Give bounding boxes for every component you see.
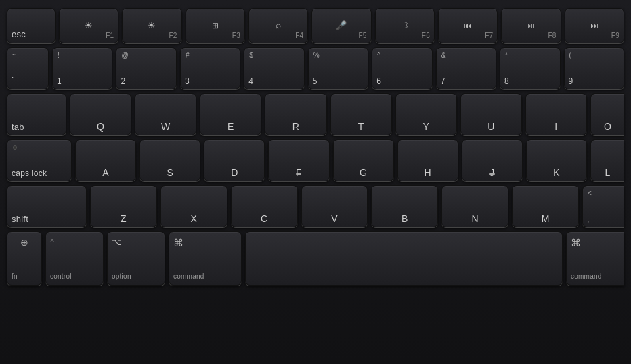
key-comma[interactable]: < ,	[582, 185, 624, 227]
f9-label: F9	[611, 32, 619, 39]
key-5[interactable]: % 5	[308, 47, 368, 89]
key-capslock[interactable]: caps lock	[7, 139, 72, 181]
globe-icon: ⊕	[20, 237, 28, 248]
search-icon: ⌕	[276, 20, 281, 30]
key-esc[interactable]: esc	[7, 8, 56, 43]
key-option[interactable]: ⌥ option	[107, 231, 165, 286]
fn-key-row: esc ☀ F1 ☀ F2 ⊞ F3 ⌕ F4 🎤 F5 ☽ F6 ⏮ F7	[7, 8, 624, 43]
key-n[interactable]: N	[441, 185, 508, 227]
key-f7[interactable]: ⏮ F7	[438, 8, 498, 43]
c-label: C	[261, 214, 267, 223]
key-f6[interactable]: ☽ F6	[375, 8, 435, 43]
f5-label: F5	[358, 32, 366, 39]
amp-label: &	[441, 52, 446, 59]
key-c[interactable]: C	[231, 185, 298, 227]
key-x[interactable]: X	[160, 185, 227, 227]
key-f[interactable]: F	[268, 139, 329, 181]
exclaim-label: !	[58, 52, 60, 59]
option-icon: ⌥	[112, 237, 122, 247]
key-i[interactable]: I	[525, 93, 587, 135]
f7-label: F7	[485, 32, 493, 39]
number-key-row: ~ ` ! 1 @ 2 # 3 $ 4 % 5 ^ 6 & 7	[7, 47, 624, 89]
tilde-label: ~	[12, 52, 16, 59]
key-o[interactable]: O	[590, 93, 624, 135]
key-4[interactable]: $ 4	[244, 47, 304, 89]
fast-forward-icon: ⏭	[590, 21, 599, 30]
key-y[interactable]: Y	[395, 93, 457, 135]
r-label: R	[292, 122, 299, 131]
open-paren-label: (	[569, 52, 572, 59]
key-backtick[interactable]: ~ `	[7, 47, 49, 89]
star-label: *	[505, 52, 508, 59]
key-3[interactable]: # 3	[180, 47, 240, 89]
key-z[interactable]: Z	[90, 185, 157, 227]
key-f1[interactable]: ☀ F1	[59, 8, 118, 43]
key-r[interactable]: R	[265, 93, 326, 135]
key-s[interactable]: S	[139, 139, 200, 181]
f8-label: F8	[548, 32, 556, 39]
k-label: K	[553, 168, 560, 177]
key-9[interactable]: ( 9	[564, 47, 624, 89]
key-8[interactable]: * 8	[500, 47, 560, 89]
nine-label: 9	[569, 77, 573, 85]
command-left-icon: ⌘	[173, 237, 183, 249]
f4-label: F4	[295, 32, 303, 39]
key-tab[interactable]: tab	[7, 93, 66, 135]
w-label: W	[161, 122, 170, 131]
f-bump	[296, 173, 301, 175]
six-label: 6	[376, 77, 381, 85]
four-label: 4	[248, 77, 253, 85]
b-label: B	[401, 214, 408, 223]
j-label: J	[489, 168, 494, 177]
key-m[interactable]: M	[512, 185, 579, 227]
command-right-icon: ⌘	[571, 237, 581, 249]
at-label: @	[121, 52, 128, 59]
key-command-left[interactable]: ⌘ command	[169, 231, 242, 286]
key-u[interactable]: U	[460, 93, 522, 135]
key-f2[interactable]: ☀ F2	[122, 8, 181, 43]
key-f9[interactable]: ⏭ F9	[565, 8, 624, 43]
command-right-label: command	[571, 273, 602, 280]
key-g[interactable]: G	[333, 139, 394, 181]
key-7[interactable]: & 7	[436, 47, 496, 89]
key-v[interactable]: V	[301, 185, 368, 227]
qwerty-key-row: tab Q W E R T Y U I O	[7, 93, 624, 135]
key-shift-left[interactable]: shift	[7, 185, 87, 227]
f-label: F	[296, 168, 302, 177]
key-a[interactable]: A	[75, 139, 136, 181]
s-label: S	[167, 168, 173, 177]
percent-label: %	[313, 52, 320, 59]
y-label: Y	[422, 122, 429, 131]
key-d[interactable]: D	[204, 139, 265, 181]
key-w[interactable]: W	[135, 93, 196, 135]
key-q[interactable]: Q	[70, 93, 131, 135]
control-label: control	[50, 273, 72, 280]
key-t[interactable]: T	[330, 93, 392, 135]
key-h[interactable]: H	[397, 139, 458, 181]
play-pause-icon: ⏯	[527, 21, 535, 30]
key-f5[interactable]: 🎤 F5	[311, 8, 371, 43]
key-j[interactable]: J	[462, 139, 523, 181]
l-label: L	[605, 168, 610, 177]
esc-label: esc	[12, 29, 26, 39]
key-k[interactable]: K	[526, 139, 587, 181]
key-e[interactable]: E	[200, 93, 261, 135]
key-fn[interactable]: ⊕ fn	[7, 231, 42, 286]
key-control[interactable]: ^ control	[45, 231, 104, 286]
key-f4[interactable]: ⌕ F4	[248, 8, 308, 43]
mission-control-icon: ⊞	[212, 21, 219, 30]
key-6[interactable]: ^ 6	[372, 47, 432, 89]
key-l[interactable]: L	[590, 139, 624, 181]
f3-label: F3	[232, 32, 240, 39]
key-f3[interactable]: ⊞ F3	[186, 8, 245, 43]
key-2[interactable]: @ 2	[116, 47, 176, 89]
key-command-right[interactable]: ⌘ command	[566, 231, 624, 286]
key-1[interactable]: ! 1	[52, 47, 112, 89]
i-label: I	[554, 122, 557, 131]
key-space[interactable]	[245, 231, 563, 286]
key-f8[interactable]: ⏯ F8	[501, 8, 561, 43]
capslock-label: caps lock	[12, 169, 47, 177]
control-icon: ^	[50, 237, 54, 247]
backtick-label: `	[12, 77, 14, 85]
key-b[interactable]: B	[371, 185, 438, 227]
